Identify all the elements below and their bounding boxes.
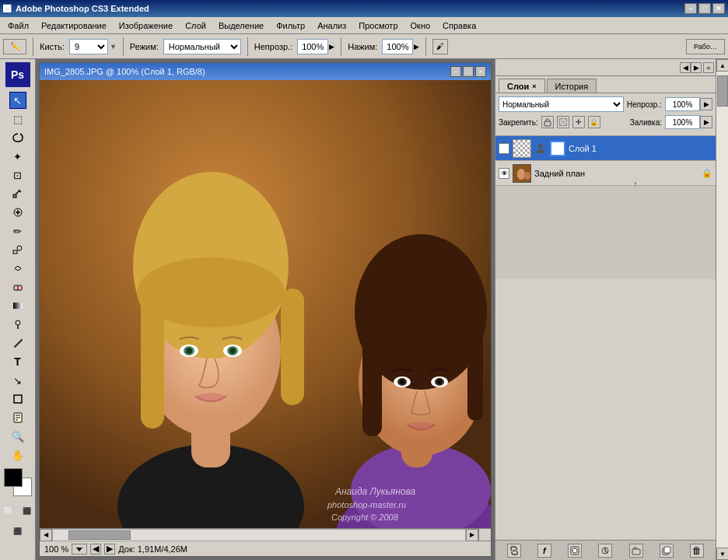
marquee-tool[interactable]: ⬚ xyxy=(9,110,26,128)
airbrush-toggle[interactable]: 🖌 xyxy=(432,39,448,54)
svg-point-57 xyxy=(524,172,530,180)
menu-select[interactable]: Выделение xyxy=(214,19,268,32)
prev-frame-btn[interactable]: ◀ xyxy=(90,544,101,555)
panel-menu-btn[interactable]: = xyxy=(703,62,714,73)
eraser-tool[interactable] xyxy=(9,278,26,296)
hscroll-track[interactable] xyxy=(52,529,466,541)
svg-point-33 xyxy=(197,393,225,402)
minimize-button[interactable]: − xyxy=(684,3,697,14)
opacity-arrow[interactable]: ▶ xyxy=(329,43,334,51)
workspace-btn[interactable]: Рабо… xyxy=(686,39,725,54)
menu-view[interactable]: Просмотр xyxy=(354,19,402,32)
type-tool[interactable]: T xyxy=(9,353,26,370)
foreground-color-swatch[interactable] xyxy=(4,468,23,487)
menu-edit[interactable]: Редактирование xyxy=(37,19,111,32)
background-visibility-eye[interactable]: 👁 xyxy=(499,168,509,179)
brush-tool-icon[interactable]: ✏️ xyxy=(3,39,26,54)
flow-input[interactable]: 100% xyxy=(382,39,413,54)
layer-blend-mode[interactable]: Нормальный xyxy=(499,96,624,112)
layer-item-background[interactable]: 👁 Задний план ↑ 🔒 xyxy=(495,161,716,186)
new-layer-btn[interactable] xyxy=(660,544,674,558)
hscroll-right-btn[interactable]: ▶ xyxy=(466,529,478,541)
layers-scroll-down[interactable]: ▼ xyxy=(716,548,728,560)
brush-size-select[interactable]: 9 xyxy=(69,39,108,54)
canvas-content[interactable]: Анаида Лукьянова photoshop-master.ru Cop… xyxy=(40,80,491,528)
opacity-arrow-btn[interactable]: ▶ xyxy=(700,98,712,110)
panel-scroll-right[interactable]: ▶ xyxy=(691,62,702,73)
lock-image-btn[interactable] xyxy=(557,116,569,128)
canvas-close[interactable]: × xyxy=(475,66,486,77)
svg-point-43 xyxy=(400,380,404,384)
lock-position-btn[interactable]: ✛ xyxy=(572,116,585,128)
close-button[interactable]: ✕ xyxy=(712,3,725,14)
crop-tool[interactable]: ⊡ xyxy=(9,166,26,184)
add-mask-btn[interactable] xyxy=(568,544,582,558)
menu-analysis[interactable]: Анализ xyxy=(313,19,351,32)
notes-tool[interactable] xyxy=(9,409,26,426)
opacity-input[interactable]: 100% xyxy=(297,39,328,54)
hscroll-thumb[interactable] xyxy=(68,530,131,540)
healing-tool[interactable] xyxy=(9,204,26,221)
canvas-minimize[interactable]: − xyxy=(450,66,461,77)
fill-arrow-btn[interactable]: ▶ xyxy=(700,116,712,128)
opacity-label: Непрозр.: xyxy=(254,42,292,51)
hand-tool[interactable]: ✋ xyxy=(9,446,26,464)
tab-history[interactable]: История xyxy=(547,79,597,93)
layers-scroll-up[interactable]: ▲ xyxy=(716,59,728,72)
delete-layer-btn[interactable]: 🗑 xyxy=(690,544,704,558)
blend-mode-select[interactable]: Нормальный xyxy=(163,39,241,54)
brush-tool[interactable]: ✏ xyxy=(9,222,26,240)
flow-arrow[interactable]: ▶ xyxy=(414,43,419,51)
layer-opacity-input[interactable]: 100% xyxy=(665,97,700,111)
panel-scroll-left[interactable]: ◀ xyxy=(680,62,691,73)
menu-file[interactable]: Файл xyxy=(3,19,33,32)
history-brush-tool[interactable] xyxy=(9,260,26,277)
lock-transparent-btn[interactable] xyxy=(541,116,554,128)
tab-layers[interactable]: Слои × xyxy=(499,79,545,93)
canvas-maximize[interactable]: □ xyxy=(463,66,474,77)
zoom-menu-btn[interactable] xyxy=(72,544,87,555)
menu-layer[interactable]: Слой xyxy=(180,19,211,32)
menu-help[interactable]: Справка xyxy=(438,19,481,32)
screen-mode-normal[interactable]: ⬜ xyxy=(0,502,17,520)
brush-size-indicator: ▼ xyxy=(110,43,117,51)
tab-layers-close[interactable]: × xyxy=(532,82,536,90)
shape-tool[interactable] xyxy=(9,390,26,408)
title-bar: 🅰 Adobe Photoshop CS3 Extended − □ ✕ xyxy=(0,0,728,17)
tools-panel: Ps ↖ ⬚ ✦ ⊡ ✏ xyxy=(0,59,36,560)
magic-wand-tool[interactable]: ✦ xyxy=(9,148,26,165)
canvas-statusbar: 100 % ◀ ▶ Док: 1,91M/4,26M xyxy=(40,541,491,556)
eyedropper-tool[interactable] xyxy=(9,185,26,202)
layers-scroll-track[interactable] xyxy=(716,72,728,548)
add-style-btn[interactable]: f xyxy=(537,544,551,558)
layers-scroll-thumb[interactable] xyxy=(717,75,728,107)
canvas-hscroll: ◀ ▶ xyxy=(40,528,491,541)
next-frame-btn[interactable]: ▶ xyxy=(104,544,115,555)
layer-list: 👁 Слой 1 👁 xyxy=(495,136,716,540)
lasso-tool[interactable] xyxy=(9,129,26,146)
path-selection-tool[interactable]: ↘ xyxy=(9,372,26,389)
brush-label: Кисть: xyxy=(40,42,65,51)
hscroll-left-btn[interactable]: ◀ xyxy=(40,529,52,541)
dodge-tool[interactable] xyxy=(9,316,26,333)
maximize-button[interactable]: □ xyxy=(698,3,711,14)
ps-logo: Ps xyxy=(5,62,30,87)
clone-tool[interactable] xyxy=(9,241,26,258)
gradient-tool[interactable] xyxy=(9,297,26,314)
layer-fill-input[interactable]: 100% xyxy=(665,115,700,129)
zoom-tool[interactable]: 🔍 xyxy=(9,428,26,445)
menu-filter[interactable]: Фильтр xyxy=(271,19,310,32)
group-layers-btn[interactable] xyxy=(629,544,643,558)
layer-empty-area[interactable] xyxy=(495,186,716,279)
menu-image[interactable]: Изображение xyxy=(114,19,177,32)
add-adjustment-btn[interactable] xyxy=(598,544,612,558)
layer-item-layer1[interactable]: 👁 Слой 1 xyxy=(495,136,716,161)
pen-tool[interactable] xyxy=(9,334,26,352)
layer1-visibility-eye[interactable]: 👁 xyxy=(499,143,509,154)
screen-mode-full-menu[interactable]: ⬛ xyxy=(19,502,36,520)
move-tool[interactable]: ↖ xyxy=(9,92,26,109)
menu-window[interactable]: Окно xyxy=(406,19,436,32)
lock-all-btn[interactable]: 🔒 xyxy=(588,116,600,128)
link-layers-btn[interactable] xyxy=(507,544,521,558)
screen-mode-full[interactable]: ⬛ xyxy=(9,523,26,540)
